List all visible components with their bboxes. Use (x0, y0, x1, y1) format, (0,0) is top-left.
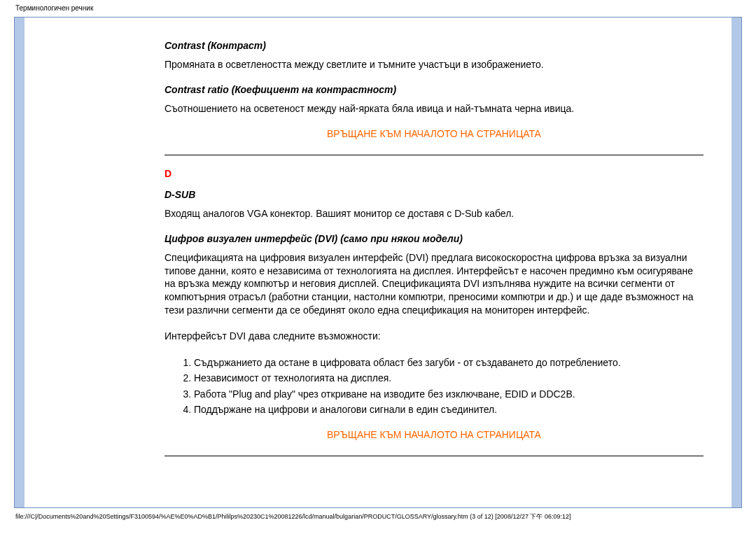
blue-background: Contrast (Контраст) Промяната в осветлен… (15, 17, 741, 507)
text-contrast-ratio: Съотношението на осветеност между най-яр… (164, 102, 704, 115)
separator-2 (164, 456, 704, 456)
list-item: Независимост от технологията на дисплея. (194, 371, 704, 385)
back-to-top-label: ВРЪЩАНЕ КЪМ НАЧАЛОТО НА СТРАНИЦАТА (327, 429, 541, 440)
footer-path: file:///C|/Documents%20and%20Settings/F3… (0, 508, 756, 527)
list-item: Съдържанието да остане в цифровата облас… (194, 356, 704, 370)
letter-d: D (164, 168, 704, 179)
text-dvi-para1: Спецификацията на цифровия визуален инте… (164, 251, 704, 317)
footer-text: file:///C|/Documents%20and%20Settings/F3… (15, 513, 570, 520)
text-contrast: Промяната в осветлеността между светлите… (164, 58, 704, 71)
text-dsub: Входящ аналогов VGA конектор. Вашият мон… (164, 207, 704, 220)
text-dvi-para2: Интерфейсът DVI дава следните възможност… (164, 330, 704, 343)
left-gutter (24, 17, 164, 507)
heading-contrast: Contrast (Контраст) (164, 40, 704, 51)
page-title: Терминологичен речник (15, 4, 93, 12)
inner-wrap: Contrast (Контраст) Промяната в осветлен… (24, 17, 732, 507)
back-to-top-link-1[interactable]: ВРЪЩАНЕ КЪМ НАЧАЛОТО НА СТРАНИЦАТА (164, 128, 704, 139)
heading-dsub: D-SUB (164, 189, 704, 200)
back-to-top-link-2[interactable]: ВРЪЩАНЕ КЪМ НАЧАЛОТО НА СТРАНИЦАТА (164, 429, 704, 440)
heading-contrast-ratio: Contrast ratio (Коефициент на контрастно… (164, 84, 704, 95)
heading-dvi: Цифров визуален интерфейс (DVI) (само пр… (164, 233, 704, 244)
list-item: Поддържане на цифрови и аналогови сигнал… (194, 402, 704, 416)
list-item: Работа "Plug and play" чрез откриване на… (194, 387, 704, 401)
separator-1 (164, 155, 704, 155)
back-to-top-label: ВРЪЩАНЕ КЪМ НАЧАЛОТО НА СТРАНИЦАТА (327, 128, 541, 139)
page-header: Терминологичен речник (0, 0, 756, 14)
dvi-list: Съдържанието да остане в цифровата облас… (164, 356, 704, 416)
outer-frame: Contrast (Контраст) Промяната в осветлен… (14, 17, 742, 508)
main-content: Contrast (Контраст) Промяната в осветлен… (164, 17, 732, 507)
